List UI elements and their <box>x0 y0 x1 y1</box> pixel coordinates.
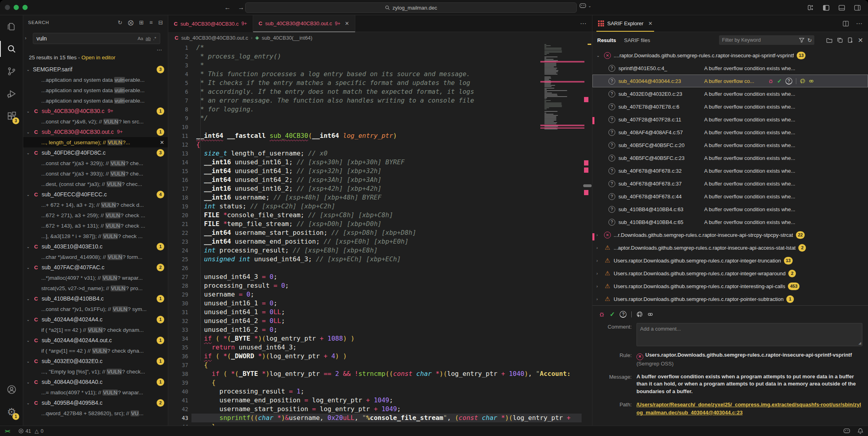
window-controls[interactable] <box>5 5 28 10</box>
bug-icon[interactable] <box>768 79 773 84</box>
search-result-row[interactable]: ...application and system data vulnerabl… <box>23 75 168 85</box>
search-result-row[interactable]: ...char *)&word_414908); // VULN? form..… <box>23 252 168 262</box>
mark-undecided-icon[interactable]: ? <box>620 311 626 318</box>
match-case-toggle[interactable]: Aa <box>136 36 144 41</box>
code-line[interactable]: 9 */ <box>168 114 592 123</box>
copilot-status-icon[interactable] <box>843 428 850 434</box>
code-line[interactable]: 31 unused_int64_1 = 0LL; <box>168 308 592 317</box>
code-editor[interactable]: 1/*2 * process_log_entry()3 *4 * This fu… <box>168 43 592 426</box>
close-tab-icon[interactable]: ✕ <box>648 20 653 26</box>
chevron-down-icon[interactable]: ⌄ <box>26 265 33 270</box>
export-results-icon[interactable] <box>848 37 853 43</box>
chevron-down-icon[interactable]: ⌄ <box>26 317 33 322</box>
search-file-row[interactable]: ⌄Csub_4024A4@4024A4.c1 <box>23 314 168 325</box>
settings-gear-icon[interactable]: ⚙ 1 <box>0 401 23 423</box>
search-file-row[interactable]: ⌄Csub_40FD8C@40FD8C.c3 <box>23 147 168 158</box>
refresh-icon[interactable]: ↻ <box>118 19 123 26</box>
search-result-row[interactable]: ...dest, (const char *)a3); // VULN? che… <box>23 179 168 189</box>
result-path-link[interactable]: /Users/raptor/Research/_done/zyxel25/_co… <box>636 402 861 416</box>
code-line[interactable]: 1/* <box>168 43 592 52</box>
code-line[interactable]: 20 FILE *console_file_stream; // [xsp+C8… <box>168 211 592 220</box>
code-line[interactable]: 13 size_t length_of_username; // x0 <box>168 149 592 158</box>
tab-results[interactable]: Results <box>597 37 616 43</box>
chevron-down-icon[interactable]: ⌄ <box>26 67 33 72</box>
sarif-result-row[interactable]: ?sub_408AF4@408AF4.c:57A buffer overflow… <box>592 126 868 139</box>
chevron-down-icon[interactable]: ⌄ <box>26 109 33 113</box>
search-query[interactable]: vuln <box>36 35 136 42</box>
sarif-group-row[interactable]: ›⚠Users.raptor.Downloads.github.semgrep-… <box>592 254 868 267</box>
sarif-group-row[interactable]: ›✕...r.Downloads.github.semgrep-rules.c.… <box>592 228 868 241</box>
chevron-down-icon[interactable]: ⌄ <box>26 380 33 384</box>
mark-undecided-icon[interactable]: ? <box>785 78 792 85</box>
search-result-row[interactable]: if ( *argv[1] == 42 ) // VULN? check dyn… <box>23 345 168 356</box>
sarif-result-row[interactable]: ?sub_407F28@407F28.c:11A buffer overflow… <box>592 113 868 126</box>
accounts-icon[interactable] <box>0 378 23 401</box>
bug-icon[interactable] <box>599 311 605 317</box>
search-file-row[interactable]: ⌄Csub_4084A0@4084A0.c1 <box>23 377 168 387</box>
search-result-row[interactable]: ..., length_of_username); // VULN?...✕ <box>23 137 168 147</box>
editor-actions-more-icon[interactable]: ⋯ <box>580 20 586 27</box>
resize-handle-icon[interactable]: ◢ <box>858 341 861 345</box>
code-line[interactable]: 24 int processing_result; // [xsp+E8h] [… <box>168 246 592 255</box>
search-input[interactable]: vuln Aa ab .* <box>33 33 160 44</box>
notifications-bell-icon[interactable] <box>858 428 863 434</box>
code-line[interactable]: 4 * This function processes a log entry … <box>168 70 592 79</box>
toggle-primary-sidebar-icon[interactable] <box>823 5 830 11</box>
code-line[interactable]: 37 { <box>168 361 592 369</box>
sarif-result-row[interactable]: ?sub_40F678@40F678.c:44A buffer overflow… <box>592 190 868 203</box>
tab-sarif-explorer[interactable]: SARIF Explorer ✕ <box>598 15 653 32</box>
code-line[interactable]: 42 username_start_position = log_entry_p… <box>168 405 592 414</box>
toggle-replace-icon[interactable]: › <box>25 35 26 41</box>
search-result-row[interactable]: ..., "Empty log [%s]", v1); // VULN? che… <box>23 366 168 377</box>
search-file-row[interactable]: ⌄◎SEMGREP.sarif3 <box>23 64 168 75</box>
search-result-row[interactable]: ...application and system data vulnerabl… <box>23 85 168 95</box>
copy-results-icon[interactable] <box>837 37 843 43</box>
open-new-search-editor-icon[interactable]: ⊞ <box>139 19 144 26</box>
refresh-icon[interactable]: ↻ <box>808 37 812 43</box>
search-result-row[interactable]: ...= malloc(4097 * v11); // VULN? wrapar… <box>23 387 168 398</box>
mark-fixed-icon[interactable]: ✓ <box>610 311 615 318</box>
github-icon[interactable] <box>636 311 642 317</box>
problems-status[interactable]: 41 △ 0 <box>18 428 44 434</box>
clear-search-results-icon[interactable]: ⨂ <box>128 19 133 26</box>
search-result-row[interactable]: ...*)malloc(4097 * v31); // VULN? wrapar… <box>23 272 168 283</box>
sarif-group-row[interactable]: ›⚠Users.raptor.Downloads.github.semgrep-… <box>592 280 868 293</box>
code-line[interactable]: 21 FILE *temp_file_stream; // [xsp+D0h] … <box>168 220 592 228</box>
search-file-row[interactable]: ⌄Csub_40CB30@40CB30.out.c9+1 <box>23 127 168 137</box>
search-result-row[interactable]: ...const char *)(a3 + 393)); // VULN? ch… <box>23 168 168 179</box>
code-line[interactable]: 8 * for logging. <box>168 105 592 114</box>
sarif-group-row[interactable]: ›⚠Users.raptor.Downloads.github.semgrep-… <box>592 293 868 305</box>
sarif-result-row[interactable]: ?sub_4032E0@4032E0.c:23A buffer overflow… <box>592 87 868 100</box>
sarif-result-row[interactable]: ?sub_40B5FC@40B5FC.c:23A buffer overflow… <box>592 151 868 164</box>
remote-indicator-icon[interactable]: >< <box>5 428 10 434</box>
code-line[interactable]: 5 * It checks if the entry matches a spe… <box>168 79 592 87</box>
command-center-search[interactable]: zylog_mailman.dec <box>245 2 577 13</box>
code-line[interactable]: 23 __int64 username_end_position; // [xs… <box>168 237 592 246</box>
code-line[interactable]: 32 unused_int64_2 = 0LL; <box>168 317 592 325</box>
code-line[interactable]: 3 * <box>168 61 592 70</box>
sarif-group-row[interactable]: ⌄✕....raptor.Downloads.github.semgrep-ru… <box>592 49 868 62</box>
sarif-result-row[interactable]: ?sub_407E78@407E78.c:6A buffer overflow … <box>592 100 868 113</box>
search-result-row[interactable]: ...const char *)(a3 + 329)); // VULN? ch… <box>23 158 168 168</box>
search-result-row[interactable]: ...const char *)v1, 0x1FFu); // VULN? sy… <box>23 304 168 314</box>
code-line[interactable]: 15 __int64 unused_int64_1; // [xsp+32h] … <box>168 167 592 176</box>
toggle-panel-icon[interactable] <box>838 5 845 11</box>
search-result-row[interactable]: ...qword_427B48 + 5828620), src); // VU.… <box>23 408 168 418</box>
customize-layout-icon[interactable] <box>808 4 814 11</box>
filter-funnel-icon[interactable] <box>799 38 804 42</box>
code-line[interactable]: 22 __int64 username_start_position; // [… <box>168 228 592 237</box>
collapse-all-icon[interactable]: ⊟ <box>158 19 163 26</box>
search-result-row[interactable]: ...+ 672 + 14), a3 + 2); // VULN? check … <box>23 200 168 210</box>
split-editor-icon[interactable] <box>843 21 849 26</box>
code-line[interactable]: 30 unused_int16_1 = 0; <box>168 299 592 308</box>
code-line[interactable]: 40 processing_result = 1; <box>168 387 592 396</box>
search-file-row[interactable]: ⌄Csub_4095B4@4095B4.c2 <box>23 398 168 408</box>
search-file-row[interactable]: ⌄Csub_403E10@403E10.c1 <box>23 241 168 252</box>
code-line[interactable]: 28 processing_result = 0; <box>168 281 592 290</box>
chevron-down-icon[interactable]: ⌄ <box>26 297 33 301</box>
whole-word-toggle[interactable]: ab <box>145 36 152 41</box>
close-panel-icon[interactable]: ✕ <box>858 36 863 44</box>
source-control-icon[interactable] <box>0 60 23 83</box>
open-in-editor-link[interactable]: Open in editor <box>81 54 115 61</box>
search-view-icon[interactable] <box>0 38 23 60</box>
